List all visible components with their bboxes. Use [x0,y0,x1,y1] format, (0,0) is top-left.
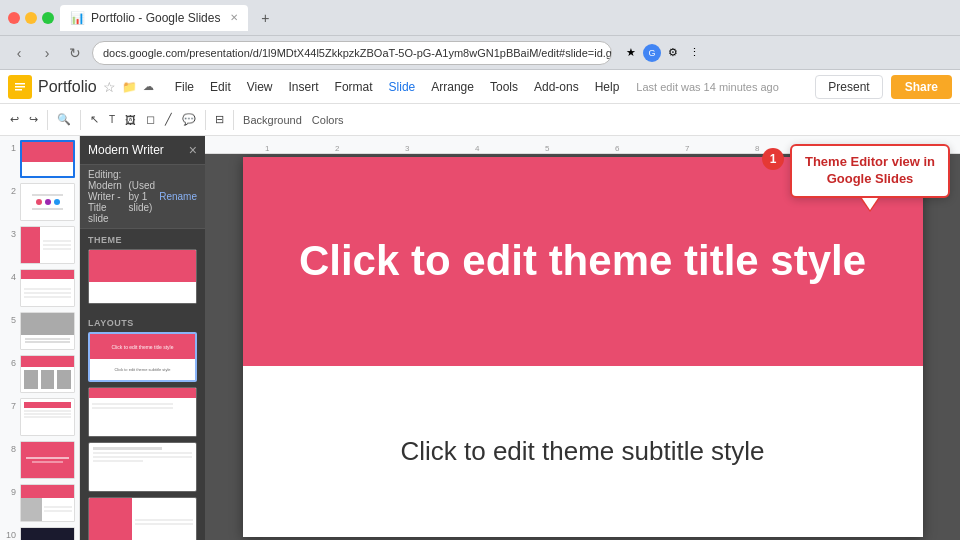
canvas-bottom-section: Click to edit theme subtitle style [243,366,923,537]
circle-pink [36,199,42,205]
address-input[interactable]: docs.google.com/presentation/d/1l9MDtX44… [92,41,612,65]
toolbar-undo[interactable]: ↩ [6,108,23,132]
ruler-mark-2: 2 [335,144,339,153]
forward-button[interactable]: › [36,42,58,64]
slide-thumb-9[interactable]: 9 [4,484,75,522]
toolbar-image[interactable]: 🖼 [121,108,140,132]
menu-file[interactable]: File [168,77,201,97]
new-tab-button[interactable]: + [254,7,276,29]
slide-thumb-10[interactable]: 10 DARK SLIDE [4,527,75,540]
slide-preview-10[interactable]: DARK SLIDE [20,527,75,540]
menu-insert[interactable]: Insert [282,77,326,97]
slide-preview-8[interactable] [20,441,75,479]
back-button[interactable]: ‹ [8,42,30,64]
slide-preview-9[interactable] [20,484,75,522]
slide-thumb-5[interactable]: 5 [4,312,75,350]
tab-close-btn[interactable]: ✕ [230,12,238,23]
slide1-top [22,142,73,162]
layout3-head [93,447,162,450]
theme-thumbnail[interactable] [88,249,197,304]
toolbar-line[interactable]: ╱ [161,108,176,132]
canvas-title[interactable]: Click to edit theme title style [259,236,906,286]
share-button[interactable]: Share [891,75,952,99]
slide-preview-4[interactable] [20,269,75,307]
refresh-button[interactable]: ↻ [64,42,86,64]
minimize-window-btn[interactable] [25,12,37,24]
toolbar-sep-1 [47,110,48,130]
cloud-icon: ☁ [143,80,154,93]
slide-preview-7[interactable] [20,398,75,436]
canvas-subtitle[interactable]: Click to edit theme subtitle style [400,436,764,467]
slide4-body [21,279,74,306]
slide-preview-1[interactable] [20,140,75,178]
slide6-header [21,356,74,367]
slide-thumb-3[interactable]: 3 [4,226,75,264]
ruler-mark-7: 7 [685,144,689,153]
slide-num-10: 10 [4,527,16,540]
slide-thumb-7[interactable]: 7 [4,398,75,436]
menu-arrange[interactable]: Arrange [424,77,481,97]
layout-thumb-4[interactable] [88,497,197,540]
toolbar-text[interactable]: T [105,108,119,132]
slide-preview-2[interactable] [20,183,75,221]
window-controls [8,12,54,24]
menu-slide[interactable]: Slide [382,77,423,97]
layout2-line2 [92,407,173,409]
bookmark-icon[interactable]: ★ [622,44,640,62]
slide-canvas[interactable]: Click to edit theme title style Click to… [243,157,923,537]
editing-bar: Editing: Modern Writer - Title slide (Us… [80,165,205,229]
slide-preview-6[interactable] [20,355,75,393]
layout-thumb-3[interactable] [88,442,197,492]
layout-thumb-1[interactable]: Click to edit theme title style Click to… [88,332,197,382]
slide5-img [21,313,74,335]
toolbar-shape[interactable]: ◻ [142,108,159,132]
slide7-line1 [24,410,71,412]
slide-thumb-4[interactable]: 4 [4,269,75,307]
slide-thumb-1[interactable]: 1 [4,140,75,178]
menu-format[interactable]: Format [328,77,380,97]
toolbar-redo[interactable]: ↪ [25,108,42,132]
slide-num-5: 5 [4,312,16,325]
toolbar-zoom-out[interactable]: 🔍 [53,108,75,132]
slide-panel: 1 2 3 [0,136,80,540]
menu-edit[interactable]: Edit [203,77,238,97]
slide10-content: DARK SLIDE [21,528,74,540]
star-icon[interactable]: ☆ [103,79,116,95]
menu-addons[interactable]: Add-ons [527,77,586,97]
colors-label[interactable]: Colors [308,114,348,126]
slide-thumb-8[interactable]: 8 [4,441,75,479]
doc-title[interactable]: Portfolio [38,78,97,96]
layout-thumb-2[interactable] [88,387,197,437]
theme-editor-close-btn[interactable]: × [189,142,197,158]
ruler-mark-8: 8 [755,144,759,153]
maximize-window-btn[interactable] [42,12,54,24]
background-label[interactable]: Background [239,114,306,126]
rename-button[interactable]: Rename [159,191,197,202]
toolbar-comment[interactable]: 💬 [178,108,200,132]
layouts-section-label: LAYOUTS [88,318,197,328]
slide-num-6: 6 [4,355,16,368]
slide-thumb-6[interactable]: 6 [4,355,75,393]
theme-section-label: THEME [88,235,197,245]
slide-preview-3[interactable] [20,226,75,264]
present-button[interactable]: Present [815,75,882,99]
layout2-line1 [92,403,173,405]
browser-chrome: 📊 Portfolio - Google Slides ✕ + [0,0,960,36]
toolbar-sep-3 [205,110,206,130]
close-window-btn[interactable] [8,12,20,24]
toolbar-layout[interactable]: ⊟ [211,108,228,132]
editor-area: 1 Theme Editor view in Google Slides 1 2… [205,136,960,540]
toolbar-cursor[interactable]: ↖ [86,108,103,132]
browser-tab[interactable]: 📊 Portfolio - Google Slides ✕ [60,5,248,31]
slide5-line1 [25,338,70,340]
slide-thumb-2[interactable]: 2 [4,183,75,221]
slide-preview-5[interactable] [20,312,75,350]
menu-view[interactable]: View [240,77,280,97]
menu-tools[interactable]: Tools [483,77,525,97]
menu-help[interactable]: Help [588,77,627,97]
circle-purple [45,199,51,205]
folder-icon[interactable]: 📁 [122,80,137,94]
svg-rect-3 [15,89,22,91]
menu-icon[interactable]: ⋮ [685,44,703,62]
extension-icon[interactable]: ⚙ [664,44,682,62]
